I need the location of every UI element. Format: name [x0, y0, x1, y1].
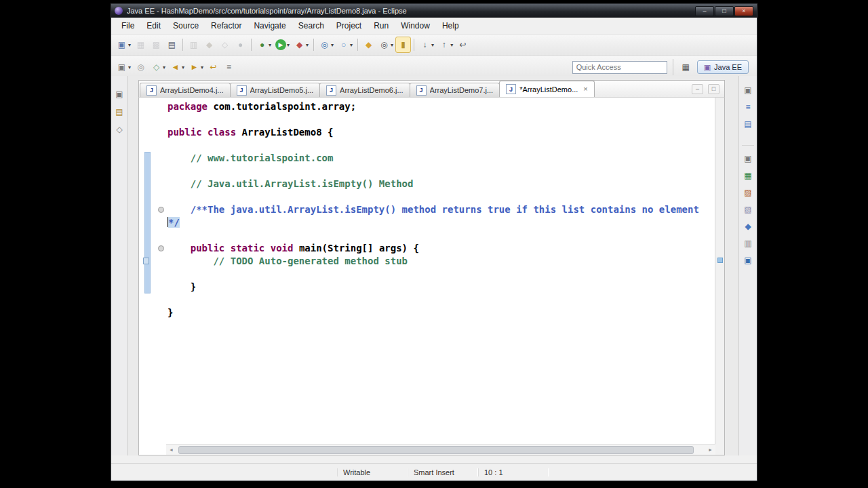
- menu-item-edit[interactable]: Edit: [140, 19, 167, 33]
- code-token: public static void: [191, 243, 299, 253]
- minimize-view-button[interactable]: –: [692, 84, 703, 94]
- dropdown-arrow-icon[interactable]: ▾: [128, 64, 131, 70]
- overview-marker[interactable]: [717, 258, 723, 263]
- new-wizard-button[interactable]: ▣▾: [114, 37, 133, 53]
- menu-item-navigate[interactable]: Navigate: [248, 19, 292, 33]
- code-line-11[interactable]: [167, 229, 715, 242]
- code-line-1[interactable]: package com.tutorialspoint.array;: [167, 100, 715, 113]
- editor-tab-5[interactable]: J*ArrayListDemo...×: [499, 81, 595, 97]
- fold-marker[interactable]: [158, 245, 164, 251]
- code-line-5[interactable]: // www.tutorialspoint.com: [167, 152, 715, 165]
- editor-tab-3[interactable]: JArrayListDemo6.j...: [319, 83, 410, 97]
- last-edit-nav-button[interactable]: ↩: [205, 59, 221, 75]
- restore-bottom-panel-button[interactable]: ▣: [742, 152, 754, 165]
- code-line-14[interactable]: [167, 268, 715, 281]
- menu-item-file[interactable]: File: [115, 19, 140, 33]
- code-line-12[interactable]: public static void main(String[] args) {: [167, 242, 715, 255]
- dropdown-arrow-icon[interactable]: ▾: [350, 42, 353, 48]
- previous-annotation-button[interactable]: ↑▾: [436, 37, 455, 53]
- editor-tab-4[interactable]: JArrayListDemo7.j...: [410, 83, 500, 97]
- open-type-hierarchy-button[interactable]: ▣▾: [114, 59, 133, 75]
- back-button[interactable]: ◄▾: [167, 59, 186, 75]
- scroll-right-arrow-icon[interactable]: ►: [705, 445, 715, 454]
- scroll-left-arrow-icon[interactable]: ◄: [166, 445, 176, 454]
- snippets-button[interactable]: ▧: [742, 203, 754, 216]
- maximize-button[interactable]: □: [715, 6, 734, 16]
- dropdown-arrow-icon[interactable]: ▾: [287, 42, 290, 48]
- run-button[interactable]: ▶▾: [273, 37, 292, 53]
- dropdown-arrow-icon[interactable]: ▾: [306, 42, 309, 48]
- menu-item-window[interactable]: Window: [395, 19, 436, 33]
- title-bar[interactable]: Java EE - HashMapDemo/src/com/tutorialsp…: [111, 4, 757, 18]
- menu-item-run[interactable]: Run: [368, 19, 395, 33]
- code-line-16[interactable]: [167, 293, 715, 306]
- search-button[interactable]: ◎▾: [376, 37, 395, 53]
- link-with-editor-button[interactable]: ≡: [221, 59, 237, 75]
- menu-item-source[interactable]: Source: [167, 19, 205, 33]
- code-line-13[interactable]: // TODO Auto-generated method stub: [167, 255, 715, 268]
- editor-tab-1[interactable]: JArrayListDemo4.j...: [140, 83, 231, 97]
- tab-close-icon[interactable]: ×: [583, 85, 587, 93]
- code-area[interactable]: package com.tutorialspoint.array;public …: [166, 98, 715, 455]
- dropdown-arrow-icon[interactable]: ▾: [269, 42, 271, 48]
- dropdown-arrow-icon[interactable]: ▾: [163, 64, 165, 70]
- next-annotation-button[interactable]: ↓▾: [417, 37, 436, 53]
- code-line-8[interactable]: [167, 190, 715, 203]
- dropdown-arrow-icon[interactable]: ▾: [391, 42, 393, 48]
- code-line-2[interactable]: [167, 113, 715, 126]
- restore-right-panel-button[interactable]: ▣: [742, 84, 754, 96]
- outline-button[interactable]: ≡: [742, 101, 754, 113]
- markers-button[interactable]: ◆: [742, 220, 754, 232]
- overview-ruler[interactable]: [715, 98, 724, 455]
- dropdown-arrow-icon[interactable]: ▾: [450, 42, 453, 48]
- minimize-button[interactable]: –: [695, 6, 714, 16]
- open-type-button[interactable]: ◆: [361, 37, 376, 53]
- horizontal-scrollbar-thumb[interactable]: [178, 446, 694, 454]
- properties-button[interactable]: ▥: [742, 237, 754, 249]
- data-source-explorer-button[interactable]: ▨: [742, 186, 754, 199]
- code-line-15[interactable]: }: [167, 281, 715, 293]
- pin-editor-button[interactable]: ◎: [133, 59, 149, 75]
- code-line-9[interactable]: /**The java.util.ArrayList.isEmpty() met…: [167, 203, 715, 216]
- task-list-button[interactable]: ▤: [742, 118, 754, 130]
- java-ee-perspective-button[interactable]: ▣ Java EE: [697, 60, 749, 74]
- code-line-17[interactable]: }: [167, 306, 715, 319]
- dropdown-arrow-icon[interactable]: ▾: [128, 42, 131, 48]
- code-line-6[interactable]: [167, 165, 715, 178]
- dropdown-arrow-icon[interactable]: ▾: [182, 64, 184, 70]
- code-line-3[interactable]: public class ArrayListDemo8 {: [167, 126, 715, 139]
- code-line-7[interactable]: // Java.util.ArrayList.isEmpty() Method: [167, 178, 715, 190]
- close-button[interactable]: ×: [734, 6, 753, 16]
- dropdown-arrow-icon[interactable]: ▾: [201, 64, 203, 70]
- menu-item-project[interactable]: Project: [330, 19, 368, 33]
- dropdown-arrow-icon[interactable]: ▾: [431, 42, 434, 48]
- horizontal-scrollbar[interactable]: ◄ ►: [166, 444, 715, 455]
- restore-left-panel-button[interactable]: ▣: [113, 88, 125, 100]
- menu-item-help[interactable]: Help: [436, 19, 465, 33]
- new-java-element-button[interactable]: ◇▾: [149, 59, 167, 75]
- external-tools-button[interactable]: ◆▾: [292, 37, 311, 53]
- servers-button[interactable]: ▦: [742, 169, 754, 182]
- debug-button[interactable]: ●▾: [254, 37, 273, 53]
- menu-item-refactor[interactable]: Refactor: [205, 19, 248, 33]
- code-token: /**The java.util.ArrayList.isEmpty() met…: [191, 204, 699, 215]
- web-service-button[interactable]: ◎▾: [317, 37, 336, 53]
- maximize-view-button[interactable]: □: [708, 84, 719, 94]
- project-explorer-button[interactable]: ▤: [113, 106, 125, 118]
- editor-tab-2[interactable]: JArrayListDemo5.j...: [230, 83, 321, 97]
- quick-access-input[interactable]: [572, 61, 667, 74]
- print-button[interactable]: ▤: [164, 37, 180, 53]
- open-perspective-button[interactable]: ▦: [678, 59, 694, 75]
- menu-item-search[interactable]: Search: [292, 19, 330, 33]
- fold-marker[interactable]: [158, 207, 164, 213]
- code-token: // TODO Auto-generated method stub: [213, 256, 408, 266]
- code-line-10[interactable]: */: [167, 216, 715, 229]
- last-edit-location-button[interactable]: ↩: [455, 37, 471, 53]
- navigator-button[interactable]: ◇: [113, 123, 125, 136]
- code-line-4[interactable]: [167, 139, 715, 152]
- mark-occurrences-toggle[interactable]: ▮: [395, 37, 411, 53]
- dropdown-arrow-icon[interactable]: ▾: [331, 42, 334, 48]
- forward-button[interactable]: ►▾: [186, 59, 205, 75]
- console-button[interactable]: ▣: [742, 254, 754, 266]
- new-web-service-client-button[interactable]: ○▾: [336, 37, 355, 53]
